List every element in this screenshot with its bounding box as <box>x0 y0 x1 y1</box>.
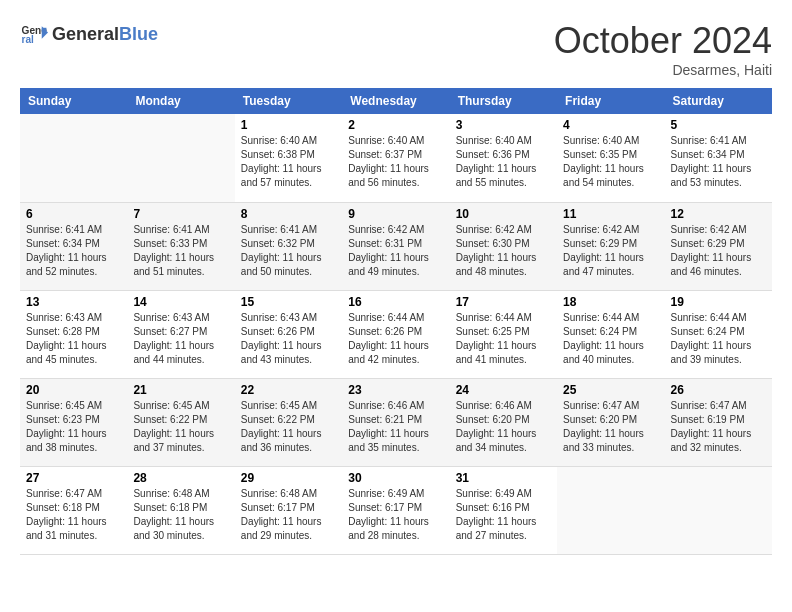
day-info: Sunrise: 6:40 AMSunset: 6:36 PMDaylight:… <box>456 134 551 190</box>
day-number: 24 <box>456 383 551 397</box>
calendar-cell: 7Sunrise: 6:41 AMSunset: 6:33 PMDaylight… <box>127 202 234 290</box>
day-info: Sunrise: 6:48 AMSunset: 6:17 PMDaylight:… <box>241 487 336 543</box>
calendar-cell <box>127 114 234 202</box>
calendar-week-3: 13Sunrise: 6:43 AMSunset: 6:28 PMDayligh… <box>20 290 772 378</box>
calendar-cell: 26Sunrise: 6:47 AMSunset: 6:19 PMDayligh… <box>665 378 772 466</box>
day-number: 22 <box>241 383 336 397</box>
day-info: Sunrise: 6:47 AMSunset: 6:19 PMDaylight:… <box>671 399 766 455</box>
day-info: Sunrise: 6:42 AMSunset: 6:29 PMDaylight:… <box>671 223 766 279</box>
day-number: 19 <box>671 295 766 309</box>
day-info: Sunrise: 6:49 AMSunset: 6:16 PMDaylight:… <box>456 487 551 543</box>
day-info: Sunrise: 6:48 AMSunset: 6:18 PMDaylight:… <box>133 487 228 543</box>
day-number: 8 <box>241 207 336 221</box>
calendar-cell: 6Sunrise: 6:41 AMSunset: 6:34 PMDaylight… <box>20 202 127 290</box>
day-number: 27 <box>26 471 121 485</box>
day-number: 11 <box>563 207 658 221</box>
day-number: 21 <box>133 383 228 397</box>
calendar-cell: 3Sunrise: 6:40 AMSunset: 6:36 PMDaylight… <box>450 114 557 202</box>
day-number: 1 <box>241 118 336 132</box>
day-info: Sunrise: 6:40 AMSunset: 6:35 PMDaylight:… <box>563 134 658 190</box>
location: Desarmes, Haiti <box>554 62 772 78</box>
svg-rect-3 <box>42 28 47 31</box>
day-info: Sunrise: 6:45 AMSunset: 6:23 PMDaylight:… <box>26 399 121 455</box>
day-info: Sunrise: 6:43 AMSunset: 6:27 PMDaylight:… <box>133 311 228 367</box>
day-info: Sunrise: 6:41 AMSunset: 6:34 PMDaylight:… <box>671 134 766 190</box>
calendar-cell: 12Sunrise: 6:42 AMSunset: 6:29 PMDayligh… <box>665 202 772 290</box>
day-info: Sunrise: 6:43 AMSunset: 6:26 PMDaylight:… <box>241 311 336 367</box>
header-thursday: Thursday <box>450 88 557 114</box>
day-info: Sunrise: 6:43 AMSunset: 6:28 PMDaylight:… <box>26 311 121 367</box>
calendar-cell: 17Sunrise: 6:44 AMSunset: 6:25 PMDayligh… <box>450 290 557 378</box>
calendar-cell: 22Sunrise: 6:45 AMSunset: 6:22 PMDayligh… <box>235 378 342 466</box>
day-number: 6 <box>26 207 121 221</box>
calendar-cell: 21Sunrise: 6:45 AMSunset: 6:22 PMDayligh… <box>127 378 234 466</box>
header-sunday: Sunday <box>20 88 127 114</box>
header-saturday: Saturday <box>665 88 772 114</box>
calendar-cell: 24Sunrise: 6:46 AMSunset: 6:20 PMDayligh… <box>450 378 557 466</box>
calendar-cell: 25Sunrise: 6:47 AMSunset: 6:20 PMDayligh… <box>557 378 664 466</box>
calendar-cell <box>20 114 127 202</box>
calendar-week-2: 6Sunrise: 6:41 AMSunset: 6:34 PMDaylight… <box>20 202 772 290</box>
calendar-cell: 14Sunrise: 6:43 AMSunset: 6:27 PMDayligh… <box>127 290 234 378</box>
calendar-cell <box>665 466 772 554</box>
day-info: Sunrise: 6:44 AMSunset: 6:24 PMDaylight:… <box>563 311 658 367</box>
day-info: Sunrise: 6:46 AMSunset: 6:21 PMDaylight:… <box>348 399 443 455</box>
day-info: Sunrise: 6:47 AMSunset: 6:20 PMDaylight:… <box>563 399 658 455</box>
day-info: Sunrise: 6:47 AMSunset: 6:18 PMDaylight:… <box>26 487 121 543</box>
day-info: Sunrise: 6:44 AMSunset: 6:24 PMDaylight:… <box>671 311 766 367</box>
calendar-cell: 18Sunrise: 6:44 AMSunset: 6:24 PMDayligh… <box>557 290 664 378</box>
calendar-cell: 5Sunrise: 6:41 AMSunset: 6:34 PMDaylight… <box>665 114 772 202</box>
header-monday: Monday <box>127 88 234 114</box>
day-info: Sunrise: 6:40 AMSunset: 6:37 PMDaylight:… <box>348 134 443 190</box>
day-number: 10 <box>456 207 551 221</box>
day-number: 29 <box>241 471 336 485</box>
calendar-week-1: 1Sunrise: 6:40 AMSunset: 6:38 PMDaylight… <box>20 114 772 202</box>
day-number: 3 <box>456 118 551 132</box>
day-number: 14 <box>133 295 228 309</box>
calendar-cell: 20Sunrise: 6:45 AMSunset: 6:23 PMDayligh… <box>20 378 127 466</box>
calendar-cell: 9Sunrise: 6:42 AMSunset: 6:31 PMDaylight… <box>342 202 449 290</box>
calendar-cell: 23Sunrise: 6:46 AMSunset: 6:21 PMDayligh… <box>342 378 449 466</box>
calendar-cell: 13Sunrise: 6:43 AMSunset: 6:28 PMDayligh… <box>20 290 127 378</box>
calendar-cell: 15Sunrise: 6:43 AMSunset: 6:26 PMDayligh… <box>235 290 342 378</box>
calendar-cell <box>557 466 664 554</box>
calendar-cell: 27Sunrise: 6:47 AMSunset: 6:18 PMDayligh… <box>20 466 127 554</box>
svg-text:ral: ral <box>22 34 35 45</box>
title-area: October 2024 Desarmes, Haiti <box>554 20 772 78</box>
calendar-week-4: 20Sunrise: 6:45 AMSunset: 6:23 PMDayligh… <box>20 378 772 466</box>
calendar-table: SundayMondayTuesdayWednesdayThursdayFrid… <box>20 88 772 555</box>
month-title: October 2024 <box>554 20 772 62</box>
calendar-cell: 16Sunrise: 6:44 AMSunset: 6:26 PMDayligh… <box>342 290 449 378</box>
day-number: 7 <box>133 207 228 221</box>
day-info: Sunrise: 6:42 AMSunset: 6:30 PMDaylight:… <box>456 223 551 279</box>
calendar-cell: 2Sunrise: 6:40 AMSunset: 6:37 PMDaylight… <box>342 114 449 202</box>
day-number: 9 <box>348 207 443 221</box>
day-info: Sunrise: 6:45 AMSunset: 6:22 PMDaylight:… <box>133 399 228 455</box>
day-number: 13 <box>26 295 121 309</box>
day-info: Sunrise: 6:40 AMSunset: 6:38 PMDaylight:… <box>241 134 336 190</box>
header-tuesday: Tuesday <box>235 88 342 114</box>
day-number: 18 <box>563 295 658 309</box>
logo-icon: Gene ral <box>20 20 48 48</box>
calendar-header-row: SundayMondayTuesdayWednesdayThursdayFrid… <box>20 88 772 114</box>
calendar-week-5: 27Sunrise: 6:47 AMSunset: 6:18 PMDayligh… <box>20 466 772 554</box>
logo-blue: Blue <box>119 24 158 45</box>
calendar-cell: 19Sunrise: 6:44 AMSunset: 6:24 PMDayligh… <box>665 290 772 378</box>
logo: Gene ral GeneralBlue <box>20 20 158 48</box>
calendar-cell: 29Sunrise: 6:48 AMSunset: 6:17 PMDayligh… <box>235 466 342 554</box>
day-info: Sunrise: 6:41 AMSunset: 6:32 PMDaylight:… <box>241 223 336 279</box>
day-info: Sunrise: 6:42 AMSunset: 6:31 PMDaylight:… <box>348 223 443 279</box>
day-info: Sunrise: 6:44 AMSunset: 6:25 PMDaylight:… <box>456 311 551 367</box>
day-info: Sunrise: 6:45 AMSunset: 6:22 PMDaylight:… <box>241 399 336 455</box>
calendar-cell: 11Sunrise: 6:42 AMSunset: 6:29 PMDayligh… <box>557 202 664 290</box>
day-number: 2 <box>348 118 443 132</box>
day-number: 12 <box>671 207 766 221</box>
calendar-cell: 4Sunrise: 6:40 AMSunset: 6:35 PMDaylight… <box>557 114 664 202</box>
day-info: Sunrise: 6:46 AMSunset: 6:20 PMDaylight:… <box>456 399 551 455</box>
header-friday: Friday <box>557 88 664 114</box>
day-number: 17 <box>456 295 551 309</box>
calendar-cell: 31Sunrise: 6:49 AMSunset: 6:16 PMDayligh… <box>450 466 557 554</box>
day-info: Sunrise: 6:42 AMSunset: 6:29 PMDaylight:… <box>563 223 658 279</box>
day-number: 30 <box>348 471 443 485</box>
page-header: Gene ral GeneralBlue October 2024 Desarm… <box>20 20 772 78</box>
